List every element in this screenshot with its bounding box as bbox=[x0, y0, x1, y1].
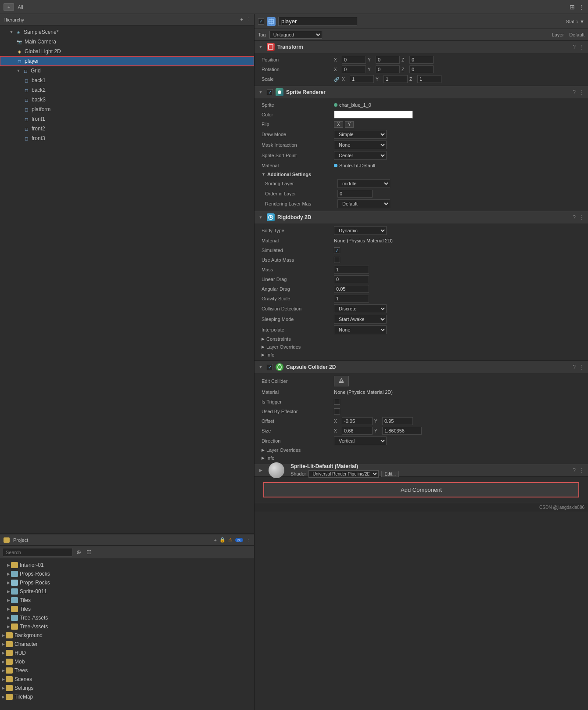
proj-item-tiles-2[interactable]: ▶ Tiles bbox=[0, 605, 254, 613]
scale-y-input[interactable] bbox=[384, 75, 408, 83]
project-warn-icon[interactable]: ⚠ bbox=[228, 537, 233, 543]
proj-item-interior[interactable]: ▶ Interior-01 bbox=[0, 561, 254, 569]
add-button[interactable]: + bbox=[4, 3, 14, 11]
linear-drag-input[interactable] bbox=[334, 275, 369, 283]
material-menu-icon[interactable]: ⋮ bbox=[579, 467, 584, 473]
sprite-renderer-header[interactable]: ▼ ✓ Sprite Renderer ? ⋮ bbox=[255, 86, 588, 98]
rot-z-input[interactable] bbox=[409, 65, 434, 73]
project-view-btn[interactable]: ☷ bbox=[85, 548, 93, 556]
transform-menu-icon[interactable]: ⋮ bbox=[579, 44, 584, 50]
hierarchy-item-front1[interactable]: ◻ front1 bbox=[0, 114, 254, 124]
proj-item-tree-assets-2[interactable]: ▶ Tree-Assets bbox=[0, 622, 254, 631]
material-header[interactable]: ▶ Sprite-Lit-Default (Material) Shader U… bbox=[255, 464, 588, 476]
rendering-mask-select[interactable]: Default bbox=[337, 199, 390, 208]
interpolate-select[interactable]: None bbox=[334, 325, 387, 334]
flip-y-button[interactable]: Y bbox=[345, 121, 354, 128]
color-swatch[interactable] bbox=[334, 111, 413, 119]
proj-item-hud[interactable]: ▶ HUD bbox=[0, 649, 254, 657]
rot-y-input[interactable] bbox=[376, 65, 400, 73]
gameobject-name-input[interactable] bbox=[278, 17, 357, 26]
size-x-input[interactable] bbox=[342, 427, 373, 435]
proj-item-character[interactable]: ▶ Character bbox=[0, 640, 254, 649]
simulated-checkbox[interactable]: ✓ bbox=[334, 247, 340, 253]
offset-y-input[interactable] bbox=[382, 417, 413, 425]
auto-mass-checkbox[interactable] bbox=[334, 257, 340, 263]
shader-select[interactable]: Universal Render Pipeline/2D/ bbox=[308, 470, 379, 478]
hierarchy-item-front2[interactable]: ◻ front2 bbox=[0, 124, 254, 133]
material-help-icon[interactable]: ? bbox=[573, 467, 576, 473]
layout-icon[interactable]: ⊞ bbox=[570, 4, 575, 11]
flip-x-button[interactable]: X bbox=[334, 121, 343, 128]
hierarchy-item-player[interactable]: ◻ player bbox=[0, 56, 254, 66]
project-menu-icon[interactable]: ⋮ bbox=[246, 537, 251, 543]
proj-item-props-rocks-1[interactable]: ▶ Props-Rocks bbox=[0, 569, 254, 578]
capsule-active-checkbox[interactable]: ✓ bbox=[267, 364, 273, 370]
proj-item-sprite0011[interactable]: ▶ Sprite-0011 bbox=[0, 587, 254, 596]
order-layer-input[interactable] bbox=[337, 190, 373, 198]
hierarchy-item-back2[interactable]: ◻ back2 bbox=[0, 85, 254, 95]
hierarchy-item-global-light[interactable]: ◈ Global Light 2D bbox=[0, 47, 254, 56]
proj-item-scenes[interactable]: ▶ Scenes bbox=[0, 675, 254, 684]
hierarchy-item-back3[interactable]: ◻ back3 bbox=[0, 95, 254, 105]
capsule-collider-header[interactable]: ▼ ✓ Capsule Collider 2D ? ⋮ bbox=[255, 361, 588, 373]
shader-edit-button[interactable]: Edit... bbox=[381, 471, 399, 477]
rigidbody-menu-icon[interactable]: ⋮ bbox=[579, 214, 584, 220]
pos-x-input[interactable] bbox=[342, 56, 366, 64]
hierarchy-item-front3[interactable]: ◻ front3 bbox=[0, 133, 254, 143]
gravity-scale-input[interactable] bbox=[334, 295, 369, 303]
capsule-layer-overrides-collapse[interactable]: ▶ Layer Overrides bbox=[255, 446, 588, 454]
hierarchy-item-grid[interactable]: ▼ ◻ Grid bbox=[0, 66, 254, 76]
sprite-active-checkbox[interactable]: ✓ bbox=[267, 89, 273, 95]
hierarchy-item-scene[interactable]: ▼ ◈ SampleScene* bbox=[0, 27, 254, 37]
is-trigger-checkbox[interactable] bbox=[334, 399, 340, 405]
direction-select[interactable]: Vertical bbox=[334, 436, 387, 445]
menu-icon[interactable]: ⋮ bbox=[578, 4, 584, 11]
hierarchy-add-icon[interactable]: + bbox=[240, 17, 243, 22]
sleeping-mode-select[interactable]: Start Awake bbox=[334, 315, 387, 324]
static-chevron-icon[interactable]: ▼ bbox=[580, 19, 584, 24]
sprite-menu-icon[interactable]: ⋮ bbox=[579, 89, 584, 95]
pos-y-input[interactable] bbox=[376, 56, 400, 64]
constraints-collapse[interactable]: ▶ Constraints bbox=[255, 335, 588, 343]
project-lock-icon[interactable]: 🔒 bbox=[219, 537, 226, 543]
sprite-sort-select[interactable]: Center bbox=[334, 151, 387, 160]
proj-item-background[interactable]: ▶ Background bbox=[0, 631, 254, 640]
hierarchy-item-main-camera[interactable]: 📷 Main Camera bbox=[0, 37, 254, 47]
hierarchy-item-platform[interactable]: ◻ platform bbox=[0, 105, 254, 114]
capsule-info-collapse[interactable]: ▶ Info bbox=[255, 454, 588, 462]
body-type-select[interactable]: Dynamic bbox=[334, 226, 387, 235]
edit-collider-button[interactable] bbox=[334, 376, 349, 386]
add-component-button[interactable]: Add Component bbox=[263, 482, 579, 497]
draw-mode-select[interactable]: Simple bbox=[334, 130, 387, 139]
angular-drag-input[interactable] bbox=[334, 285, 369, 293]
sprite-help-icon[interactable]: ? bbox=[573, 89, 576, 95]
rot-x-input[interactable] bbox=[342, 65, 366, 73]
go-active-checkbox[interactable]: ✓ bbox=[258, 18, 264, 25]
offset-x-input[interactable] bbox=[342, 417, 373, 425]
proj-item-trees[interactable]: ▶ Trees bbox=[0, 666, 254, 675]
project-add-icon[interactable]: + bbox=[214, 537, 217, 543]
project-search-input[interactable] bbox=[3, 548, 73, 557]
scale-z-input[interactable] bbox=[417, 75, 441, 83]
collision-detection-select[interactable]: Discrete bbox=[334, 304, 387, 313]
scale-x-input[interactable] bbox=[350, 75, 374, 83]
rigidbody2d-header[interactable]: ▼ Rigidbody 2D ? ⋮ bbox=[255, 211, 588, 223]
tag-select[interactable]: Untagged bbox=[269, 31, 322, 39]
capsule-menu-icon[interactable]: ⋮ bbox=[579, 364, 584, 370]
rigidbody-help-icon[interactable]: ? bbox=[573, 214, 576, 220]
mask-interaction-select[interactable]: None bbox=[334, 141, 387, 149]
pos-z-input[interactable] bbox=[409, 56, 434, 64]
transform-help-icon[interactable]: ? bbox=[573, 44, 576, 50]
used-by-effector-checkbox[interactable] bbox=[334, 408, 340, 414]
proj-item-props-rocks-2[interactable]: ▶ Props-Rocks bbox=[0, 578, 254, 587]
rigidbody-layer-overrides-collapse[interactable]: ▶ Layer Overrides bbox=[255, 343, 588, 351]
project-filter-btn[interactable]: ⊕ bbox=[75, 548, 83, 556]
sorting-layer-select[interactable]: middle bbox=[337, 179, 390, 188]
capsule-help-icon[interactable]: ? bbox=[573, 364, 576, 370]
proj-item-tiles-1[interactable]: ▶ Tiles bbox=[0, 596, 254, 605]
proj-item-settings[interactable]: ▶ Settings bbox=[0, 684, 254, 692]
mass-input[interactable] bbox=[334, 266, 369, 274]
rigidbody-info-collapse[interactable]: ▶ Info bbox=[255, 351, 588, 359]
transform-header[interactable]: ▼ Transform ? ⋮ bbox=[255, 41, 588, 53]
proj-item-mob[interactable]: ▶ Mob bbox=[0, 657, 254, 666]
